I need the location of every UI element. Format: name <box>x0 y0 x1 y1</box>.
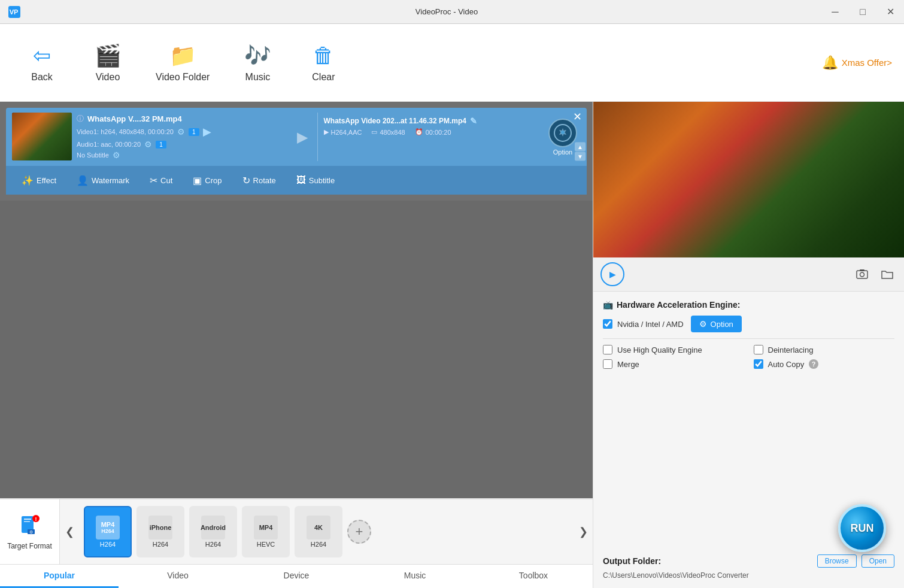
clock-icon: ⏰ <box>415 128 423 136</box>
video-item-close-button[interactable]: ✕ <box>573 111 582 122</box>
effect-button[interactable]: ✨ Effect <box>12 171 66 190</box>
music-icon: 🎶 <box>244 43 271 68</box>
edit-toolbar: ✨ Effect 👤 Watermark ✂ Cut ▣ Crop ↻ R <box>6 166 587 195</box>
xmas-offer-label: Xmas Offer> <box>842 57 892 68</box>
video-item: ⓘ WhatsApp V....32 PM.mp4 Video1: h264, … <box>6 108 587 166</box>
back-button[interactable]: ⇦ Back <box>12 37 72 89</box>
format-item-iphone[interactable]: iPhone H264 <box>136 506 184 557</box>
minimize-button[interactable]: ─ <box>821 0 849 24</box>
auto-copy-row: Auto Copy ? <box>754 359 895 369</box>
preview-controls: ▶ <box>593 257 904 292</box>
subtitle-button[interactable]: 🖼 Subtitle <box>287 171 344 189</box>
codec-value: H264,AAC <box>331 129 362 136</box>
add-format-button[interactable]: + <box>347 520 371 544</box>
rotate-button[interactable]: ↻ Rotate <box>233 171 286 190</box>
back-icon: ⇦ <box>33 43 51 68</box>
tab-video[interactable]: Video <box>119 565 237 588</box>
open-folder-button[interactable] <box>878 265 897 284</box>
open-button[interactable]: Open <box>861 554 894 568</box>
nvidia-checkbox[interactable] <box>603 319 612 329</box>
nvidia-row: Nvidia / Intel / AMD ⚙ Option <box>603 316 894 332</box>
format-icon-mp4: MP4 H264 <box>96 516 120 539</box>
video-settings-icon[interactable]: ⚙ <box>177 127 185 137</box>
format-item-4k[interactable]: 4K H264 <box>295 506 342 557</box>
divider-1 <box>603 338 894 339</box>
format-icon-android: Android <box>201 516 225 539</box>
play-button[interactable]: ▶ <box>600 262 624 286</box>
scroll-down-button[interactable]: ▼ <box>575 151 586 160</box>
browse-button[interactable]: Browse <box>817 554 857 568</box>
option-btn-label: Option <box>711 320 733 329</box>
tab-music[interactable]: Music <box>356 565 474 588</box>
deinterlacing-checkbox[interactable] <box>754 345 763 354</box>
crop-button[interactable]: ▣ Crop <box>183 171 231 190</box>
info-icon[interactable]: ⓘ <box>77 114 84 124</box>
rotate-icon: ↻ <box>242 175 250 186</box>
clear-label: Clear <box>312 72 335 83</box>
nvidia-checkbox-row: Nvidia / Intel / AMD <box>603 319 684 329</box>
main-area: ✕ ⓘ WhatsApp V....32 PM.mp4 Video1: h264… <box>0 102 904 588</box>
video-preview <box>593 102 904 257</box>
screenshot-button[interactable] <box>853 265 872 284</box>
hardware-option-button[interactable]: ⚙ Option <box>691 316 742 332</box>
watermark-button[interactable]: 👤 Watermark <box>67 171 139 190</box>
clear-button[interactable]: 🗑 Clear <box>293 37 353 89</box>
format-icon-iphone: iPhone <box>148 516 172 539</box>
subtitle-settings-icon[interactable]: ⚙ <box>113 150 120 160</box>
effect-icon: ✨ <box>22 175 34 186</box>
main-toolbar: ⇦ Back 🎬 Video 📁 Video Folder 🎶 Music 🗑 … <box>0 24 904 102</box>
tab-toolbox[interactable]: Toolbox <box>474 565 593 588</box>
format-bottom-bar: ! ⚙ Target Format ❮ MP4 H264 H264 <box>0 498 593 564</box>
maximize-button[interactable]: □ <box>849 0 876 24</box>
video-title: WhatsApp V....32 PM.mp4 <box>87 114 182 123</box>
video-icon: 🎬 <box>95 43 122 68</box>
format-next-button[interactable]: ❯ <box>574 499 593 564</box>
video-spec-row: Video1: h264, 480x848, 00:00:20 ⚙ 1 ▶ <box>77 125 287 138</box>
tab-popular[interactable]: Popular <box>0 565 119 588</box>
high-quality-checkbox[interactable] <box>603 345 612 354</box>
codec-gear-icon <box>553 123 572 143</box>
video-button[interactable]: 🎬 Video <box>78 37 138 89</box>
music-button[interactable]: 🎶 Music <box>227 37 287 89</box>
auto-copy-checkbox[interactable] <box>754 359 763 369</box>
format-item-android[interactable]: Android H264 <box>189 506 237 557</box>
run-button[interactable]: RUN <box>838 504 886 552</box>
rotate-label: Rotate <box>253 176 276 185</box>
hardware-title: 📺 Hardware Acceleration Engine: <box>603 300 894 310</box>
xmas-offer-banner[interactable]: 🔔 Xmas Offer> <box>822 55 892 71</box>
close-button[interactable]: ✕ <box>876 0 904 24</box>
music-label: Music <box>245 72 271 83</box>
window-controls: ─ □ ✕ <box>821 0 904 24</box>
svg-rect-5 <box>24 519 31 520</box>
effect-label: Effect <box>37 176 56 185</box>
format-prev-button[interactable]: ❮ <box>60 499 79 564</box>
svg-text:VP: VP <box>10 8 19 16</box>
scroll-up-button[interactable]: ▲ <box>575 142 586 151</box>
video-folder-button[interactable]: 📁 Video Folder <box>144 37 222 89</box>
merge-row: Merge <box>603 359 744 369</box>
edit-output-icon[interactable]: ✎ <box>470 116 477 126</box>
cut-button[interactable]: ✂ Cut <box>140 171 182 190</box>
bell-icon: 🔔 <box>822 55 838 71</box>
open-folder-icon <box>881 268 894 281</box>
merge-checkbox[interactable] <box>603 359 612 369</box>
target-format-svg: ! ⚙ <box>19 514 41 535</box>
crop-icon: ▣ <box>193 175 202 186</box>
duration-value: 00:00:20 <box>426 129 451 136</box>
format-item-mp4-hevc[interactable]: MP4 HEVC <box>242 506 290 557</box>
deinterlacing-row: Deinterlacing <box>754 345 895 354</box>
format-item-mp4-h264[interactable]: MP4 H264 H264 <box>84 506 132 557</box>
audio-badge: 1 <box>156 141 166 148</box>
svg-rect-6 <box>24 521 30 522</box>
video-thumbnail <box>12 113 72 160</box>
audio-settings-icon[interactable]: ⚙ <box>144 140 152 149</box>
high-quality-label: Use High Quality Engine <box>617 345 702 354</box>
video-badge: 1 <box>189 128 199 136</box>
options-grid: Use High Quality Engine Deinterlacing Me… <box>603 345 894 369</box>
target-format-button[interactable]: ! ⚙ Target Format <box>0 499 60 564</box>
help-icon[interactable]: ? <box>809 359 818 369</box>
watermark-icon: 👤 <box>77 175 89 186</box>
tab-device[interactable]: Device <box>237 565 356 588</box>
video-list: ✕ ⓘ WhatsApp V....32 PM.mp4 Video1: h264… <box>6 108 587 195</box>
arrow-separator: ▶ <box>292 113 313 161</box>
